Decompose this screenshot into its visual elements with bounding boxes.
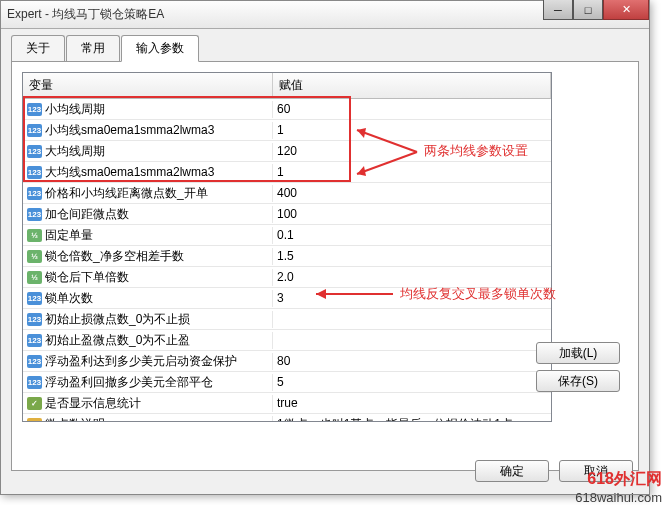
param-value-cell[interactable]: true xyxy=(273,396,551,410)
type-icon: 123 xyxy=(27,166,42,179)
type-icon: ✓ xyxy=(27,397,42,410)
param-name-cell: ½锁仓后下单倍数 xyxy=(23,269,273,286)
param-name-cell: 123大均线sma0ema1smma2lwma3 xyxy=(23,164,273,181)
watermark: 618外汇网 618waihui.com xyxy=(575,469,662,505)
type-icon: 123 xyxy=(27,313,42,326)
table-row[interactable]: 123大均线sma0ema1smma2lwma31 xyxy=(23,162,551,183)
tab-panel: 变量 赋值 123小均线周期60123小均线sma0ema1smma2lwma3… xyxy=(11,61,639,471)
table-row[interactable]: 123大均线周期120 xyxy=(23,141,551,162)
param-name: 锁仓后下单倍数 xyxy=(45,269,129,286)
type-icon: ½ xyxy=(27,250,42,263)
param-name-cell: 123锁单次数 xyxy=(23,290,273,307)
param-name-cell: 123浮动盈利回撤多少美元全部平仓 xyxy=(23,374,273,391)
param-name: 加仓间距微点数 xyxy=(45,206,129,223)
param-name: 初始止损微点数_0为不止损 xyxy=(45,311,190,328)
param-name-cell: 123初始止盈微点数_0为不止盈 xyxy=(23,332,273,349)
param-value-cell[interactable]: 80 xyxy=(273,354,551,368)
table-row[interactable]: ab微点数说明1微点：也叫1基点，指最后一位报价波动1点 xyxy=(23,414,551,422)
parameter-table: 变量 赋值 123小均线周期60123小均线sma0ema1smma2lwma3… xyxy=(22,72,552,422)
table-row[interactable]: 123浮动盈利回撤多少美元全部平仓5 xyxy=(23,372,551,393)
save-button[interactable]: 保存(S) xyxy=(536,370,620,392)
table-row[interactable]: 123浮动盈利达到多少美元启动资金保护80 xyxy=(23,351,551,372)
type-icon: 123 xyxy=(27,124,42,137)
titlebar: Expert - 均线马丁锁仓策略EA ─ □ ✕ xyxy=(1,1,649,29)
param-name: 大均线sma0ema1smma2lwma3 xyxy=(45,164,214,181)
param-name-cell: 123加仓间距微点数 xyxy=(23,206,273,223)
param-value-cell[interactable]: 1 xyxy=(273,165,551,179)
table-header: 变量 赋值 xyxy=(23,73,551,99)
table-row[interactable]: 123加仓间距微点数100 xyxy=(23,204,551,225)
param-name-cell: ½锁仓倍数_净多空相差手数 xyxy=(23,248,273,265)
param-name: 是否显示信息统计 xyxy=(45,395,141,412)
param-name: 锁仓倍数_净多空相差手数 xyxy=(45,248,184,265)
table-body: 123小均线周期60123小均线sma0ema1smma2lwma31123大均… xyxy=(23,99,551,422)
type-icon: 123 xyxy=(27,292,42,305)
param-name-cell: 123初始止损微点数_0为不止损 xyxy=(23,311,273,328)
param-name-cell: 123大均线周期 xyxy=(23,143,273,160)
param-value-cell[interactable]: 1.5 xyxy=(273,249,551,263)
type-icon: ab xyxy=(27,418,42,423)
col-variable: 变量 xyxy=(23,73,273,98)
type-icon: 123 xyxy=(27,376,42,389)
type-icon: 123 xyxy=(27,187,42,200)
param-name: 小均线周期 xyxy=(45,101,105,118)
type-icon: ½ xyxy=(27,271,42,284)
dialog-window: Expert - 均线马丁锁仓策略EA ─ □ ✕ 关于 常用 输入参数 变量 … xyxy=(0,0,650,495)
watermark-url: 618waihui.com xyxy=(575,490,662,505)
table-row[interactable]: ½锁仓后下单倍数2.0 xyxy=(23,267,551,288)
side-buttons: 加载(L) 保存(S) xyxy=(536,342,620,392)
minimize-button[interactable]: ─ xyxy=(543,0,573,20)
window-title: Expert - 均线马丁锁仓策略EA xyxy=(7,6,164,23)
table-row[interactable]: 123锁单次数3 xyxy=(23,288,551,309)
param-name: 锁单次数 xyxy=(45,290,93,307)
table-row[interactable]: 123初始止盈微点数_0为不止盈 xyxy=(23,330,551,351)
table-row[interactable]: 123小均线周期60 xyxy=(23,99,551,120)
param-name-cell: 123小均线sma0ema1smma2lwma3 xyxy=(23,122,273,139)
param-value-cell[interactable]: 1微点：也叫1基点，指最后一位报价波动1点 xyxy=(273,416,551,423)
col-value: 赋值 xyxy=(273,73,551,98)
param-value-cell[interactable]: 3 xyxy=(273,291,551,305)
param-name-cell: ½固定单量 xyxy=(23,227,273,244)
tab-common[interactable]: 常用 xyxy=(66,35,120,61)
table-row[interactable]: 123小均线sma0ema1smma2lwma31 xyxy=(23,120,551,141)
ok-button[interactable]: 确定 xyxy=(475,460,549,482)
type-icon: 123 xyxy=(27,355,42,368)
param-name: 小均线sma0ema1smma2lwma3 xyxy=(45,122,214,139)
table-row[interactable]: ½锁仓倍数_净多空相差手数1.5 xyxy=(23,246,551,267)
param-name: 大均线周期 xyxy=(45,143,105,160)
type-icon: 123 xyxy=(27,103,42,116)
watermark-brand: 618外汇网 xyxy=(575,469,662,490)
param-name: 固定单量 xyxy=(45,227,93,244)
table-row[interactable]: ½固定单量0.1 xyxy=(23,225,551,246)
close-button[interactable]: ✕ xyxy=(603,0,649,20)
param-name: 微点数说明 xyxy=(45,416,105,423)
load-button[interactable]: 加载(L) xyxy=(536,342,620,364)
param-value-cell[interactable]: 2.0 xyxy=(273,270,551,284)
tab-about[interactable]: 关于 xyxy=(11,35,65,61)
param-name-cell: 123浮动盈利达到多少美元启动资金保护 xyxy=(23,353,273,370)
param-value-cell[interactable]: 100 xyxy=(273,207,551,221)
param-name-cell: ab微点数说明 xyxy=(23,416,273,423)
param-value-cell[interactable]: 60 xyxy=(273,102,551,116)
table-row[interactable]: 123价格和小均线距离微点数_开单400 xyxy=(23,183,551,204)
param-name: 浮动盈利达到多少美元启动资金保护 xyxy=(45,353,237,370)
param-value-cell[interactable]: 400 xyxy=(273,186,551,200)
type-icon: 123 xyxy=(27,334,42,347)
maximize-button[interactable]: □ xyxy=(573,0,603,20)
type-icon: ½ xyxy=(27,229,42,242)
window-buttons: ─ □ ✕ xyxy=(543,0,649,20)
param-value-cell[interactable]: 0.1 xyxy=(273,228,551,242)
param-name: 价格和小均线距离微点数_开单 xyxy=(45,185,208,202)
param-name: 初始止盈微点数_0为不止盈 xyxy=(45,332,190,349)
param-name-cell: ✓是否显示信息统计 xyxy=(23,395,273,412)
param-value-cell[interactable]: 120 xyxy=(273,144,551,158)
param-name-cell: 123价格和小均线距离微点数_开单 xyxy=(23,185,273,202)
tab-inputs[interactable]: 输入参数 xyxy=(121,35,199,62)
table-row[interactable]: ✓是否显示信息统计true xyxy=(23,393,551,414)
tab-strip: 关于 常用 输入参数 xyxy=(11,35,649,61)
table-row[interactable]: 123初始止损微点数_0为不止损 xyxy=(23,309,551,330)
param-value-cell[interactable]: 1 xyxy=(273,123,551,137)
param-name: 浮动盈利回撤多少美元全部平仓 xyxy=(45,374,213,391)
type-icon: 123 xyxy=(27,145,42,158)
param-value-cell[interactable]: 5 xyxy=(273,375,551,389)
